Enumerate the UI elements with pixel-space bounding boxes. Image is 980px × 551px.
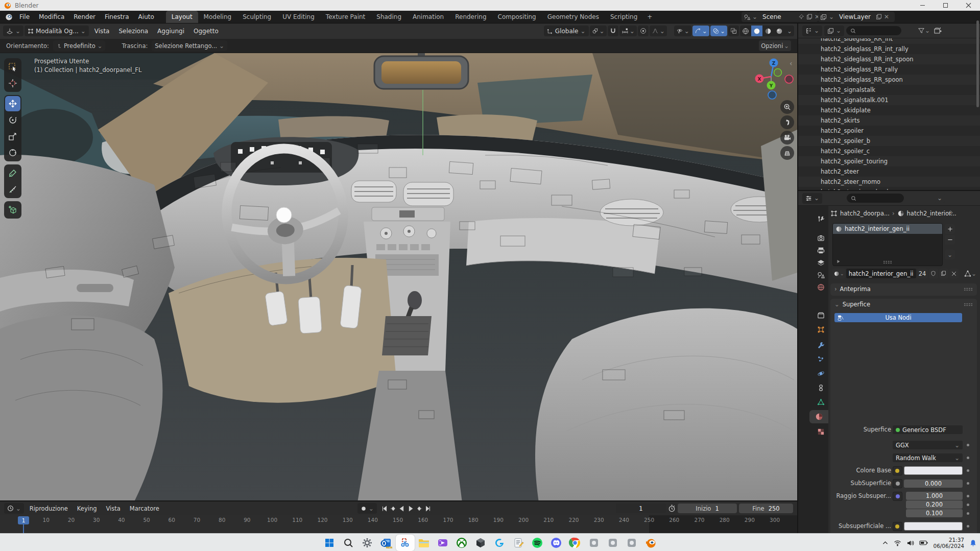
outliner-item[interactable]: hatch2_sideglass_RR_int_spoon (798, 54, 980, 64)
taskbar-icon-xbox[interactable] (452, 535, 471, 551)
unlink-material-button[interactable] (949, 269, 959, 278)
frame-end-field[interactable]: Fine250 (739, 504, 793, 513)
notification-bell-icon[interactable] (969, 539, 977, 547)
workspace-tab-rendering[interactable]: Rendering (449, 11, 492, 23)
playback-next-keyframe[interactable] (416, 504, 423, 513)
add-slot-button[interactable] (945, 224, 955, 234)
toggle-perspective-button[interactable] (780, 146, 794, 160)
shading-dropdown[interactable]: ⌄ (785, 26, 794, 36)
taskbar-icon-clipchamp[interactable] (434, 535, 452, 551)
viewport-menu-aggiungi[interactable]: Aggiungi (153, 26, 189, 36)
value-slider[interactable]: 0.000 (904, 480, 963, 488)
view-layer-name[interactable]: ViewLayer (836, 13, 874, 20)
properties-tab-world[interactable] (814, 280, 828, 294)
workspace-tab-layout[interactable]: Layout (166, 11, 198, 23)
workspace-tab-geometry-nodes[interactable]: Geometry Nodes (542, 11, 605, 23)
enum-dropdown[interactable]: Random Walk⌄ (893, 453, 963, 462)
pan-button[interactable] (780, 115, 794, 129)
taskbar-icon-start[interactable] (320, 535, 339, 551)
outliner-scrollbar[interactable] (976, 20, 979, 107)
tool-add-cube[interactable] (5, 202, 20, 218)
animate-decorator[interactable] (967, 525, 969, 528)
properties-tab-collection[interactable] (814, 308, 828, 322)
properties-editor-type-button[interactable]: ⌄ (802, 193, 822, 204)
playback-play[interactable] (407, 504, 415, 513)
properties-tab-object-data[interactable] (814, 395, 828, 409)
material-slot-list[interactable]: hatch2_interior_gen_ii (832, 223, 943, 266)
menu-finestra[interactable]: Finestra (100, 12, 134, 22)
outliner-item[interactable]: hatch2_steering_wheel (798, 187, 980, 190)
playback-jump-to-start[interactable] (381, 504, 389, 513)
tool-transform[interactable] (5, 145, 20, 160)
viewport-3d[interactable]: Prospettiva Utente (1) Collection | hatc… (0, 53, 797, 500)
proportional-editing-toggle[interactable] (638, 26, 649, 36)
material-name-field[interactable]: hatch2_interior_gen_ii (846, 269, 916, 278)
workspace-tab-uv-editing[interactable]: UV Editing (277, 11, 320, 23)
use-nodes-button[interactable]: Usa Nodi (834, 313, 962, 322)
workspace-tab-sculpting[interactable]: Sculpting (237, 11, 277, 23)
viewport-menu-oggetto[interactable]: Oggetto (189, 26, 223, 36)
tool-select-box[interactable] (5, 59, 20, 75)
viewport-menu-seleziona[interactable]: Seleziona (114, 26, 153, 36)
workspace-tab-animation[interactable]: Animation (407, 11, 449, 23)
zoom-button[interactable] (780, 100, 794, 114)
menu-modifica[interactable]: Modifica (34, 12, 69, 22)
show-gizmo-toggle[interactable]: ⌄ (692, 26, 709, 36)
breadcrumb-object[interactable]: hatch2_doorpa... (840, 210, 890, 217)
animate-decorator[interactable] (967, 444, 969, 446)
color-swatch[interactable] (904, 522, 963, 531)
sidebar-collapse-arrow[interactable]: ‹ (790, 59, 793, 67)
properties-tab-physics[interactable] (814, 367, 828, 380)
snap-target-dropdown[interactable]: ⌄ (619, 26, 637, 36)
taskbar-icon-file-explorer[interactable] (415, 535, 434, 551)
outliner-item[interactable]: hatch2_skirts (798, 115, 980, 126)
outliner-filter-button[interactable]: ⌄ (918, 27, 930, 34)
taskbar-icon-outlook[interactable]: NEW (377, 535, 396, 551)
taskbar-icon-app-14[interactable] (585, 535, 604, 551)
taskbar-icon-app-16[interactable] (623, 535, 641, 551)
app-menu-icon[interactable] (3, 13, 15, 21)
properties-tab-constraints[interactable] (814, 381, 828, 394)
taskbar-icon-logitech-ghub[interactable] (490, 535, 509, 551)
playhead[interactable]: 1 (18, 516, 29, 524)
socket-toggle[interactable] (893, 492, 902, 501)
outliner-item[interactable]: hatch2_spoiler_touring (798, 156, 980, 166)
timeline-menu-marcatore[interactable]: Marcatore (125, 504, 164, 514)
outliner-item[interactable]: hatch2_skidplate (798, 105, 980, 115)
viewport-3d-scene[interactable] (0, 53, 797, 500)
outliner-item[interactable]: hatch2_steer (798, 166, 980, 177)
socket-toggle[interactable] (893, 522, 902, 531)
taskbar-icon-snipping-tool[interactable] (396, 535, 415, 551)
maximize-button[interactable] (934, 0, 957, 11)
frame-start-field[interactable]: Inizio1 (678, 504, 737, 513)
properties-tab-modifiers[interactable] (814, 338, 828, 351)
enum-dropdown[interactable]: GGX⌄ (893, 441, 963, 449)
properties-tab-material[interactable] (809, 410, 828, 423)
outliner-item[interactable]: hatch2_sideglass_RR_spoon (798, 75, 980, 85)
battery-icon[interactable] (919, 540, 928, 546)
outliner-item[interactable]: hatch2_sideglass_RR_int (798, 38, 980, 44)
vector-value-field[interactable]: 0.200 (906, 500, 963, 509)
properties-options-button[interactable]: ⌄ (935, 194, 945, 203)
scene-selector[interactable]: ⌄ Scene ✕ (742, 12, 818, 22)
wifi-icon[interactable] (894, 540, 901, 546)
surface-panel-header[interactable]: ⌄Superfice (830, 299, 977, 310)
properties-search-input[interactable] (847, 194, 904, 203)
xray-toggle[interactable] (728, 26, 739, 36)
users-count-button[interactable]: 24 (917, 269, 928, 278)
taskbar-icon-notepad[interactable] (509, 535, 528, 551)
slot-expand-icon[interactable] (836, 259, 841, 264)
playback-play-reverse[interactable] (398, 504, 406, 513)
workspace-tab-compositing[interactable]: Compositing (492, 11, 542, 23)
volume-icon[interactable] (906, 540, 914, 546)
close-button[interactable] (957, 0, 980, 11)
workspace-tab-modeling[interactable]: Modeling (198, 11, 237, 23)
scene-name[interactable]: Scene (759, 13, 796, 20)
shading-solid-button[interactable] (751, 26, 762, 36)
outliner-item[interactable]: hatch2_signalstalk.001 (798, 95, 980, 105)
tool-annotate[interactable] (5, 165, 20, 181)
outliner-item[interactable]: hatch2_spoiler_c (798, 146, 980, 156)
outliner-item[interactable]: hatch2_spoiler (798, 126, 980, 136)
workspace-tab-texture-paint[interactable]: Texture Paint (320, 11, 371, 23)
tool-measure[interactable] (5, 182, 20, 197)
